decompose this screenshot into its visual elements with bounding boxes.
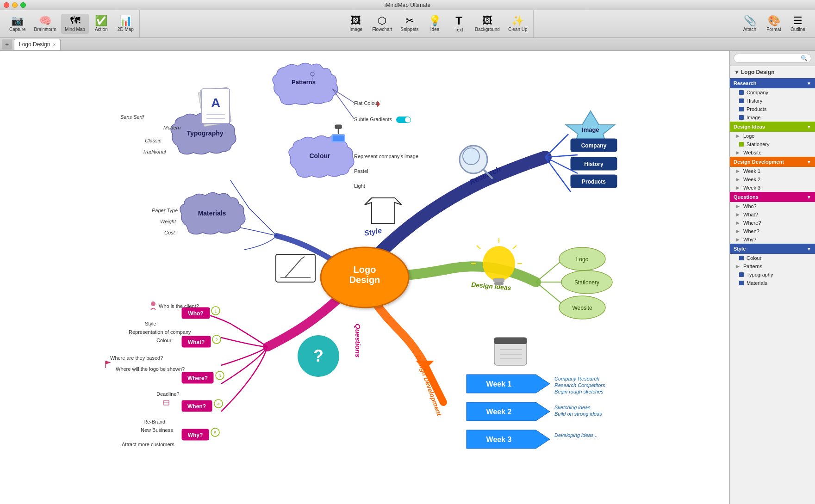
idea-button[interactable]: 💡 Idea bbox=[423, 14, 447, 34]
tab-bar: + Logo Design × bbox=[0, 38, 815, 51]
mindmap-button[interactable]: 🗺 Mind Map bbox=[61, 14, 89, 34]
svg-text:Logo: Logo bbox=[354, 264, 376, 275]
image-button[interactable]: 🖼 Image bbox=[344, 14, 367, 34]
svg-text:2: 2 bbox=[215, 338, 218, 342]
section-design-ideas[interactable]: Design Ideas ▼ bbox=[730, 122, 815, 132]
logo-expand-icon: ▶ bbox=[736, 134, 740, 138]
section-style[interactable]: Style ▼ bbox=[730, 244, 815, 254]
tree-item-week1[interactable]: ▶ Week 1 bbox=[730, 167, 815, 175]
mindmap-label: Mind Map bbox=[65, 27, 85, 32]
action-icon: ✅ bbox=[95, 16, 107, 26]
tree-item-logo[interactable]: ▶ Logo bbox=[730, 132, 815, 140]
tree-item-materials[interactable]: Materials bbox=[730, 279, 815, 287]
mindmap-icon: 🗺 bbox=[70, 16, 80, 26]
section-questions[interactable]: Questions ▼ bbox=[730, 192, 815, 202]
maximize-button[interactable] bbox=[20, 2, 26, 8]
panel-collapse-arrow[interactable]: ▼ bbox=[734, 70, 739, 75]
when-expand-icon: ▶ bbox=[736, 229, 740, 234]
tree-item-week3[interactable]: ▶ Week 3 bbox=[730, 184, 815, 192]
tree-item-why[interactable]: ▶ Why? bbox=[730, 235, 815, 244]
text-button[interactable]: T Text bbox=[448, 13, 471, 34]
brainstorm-icon: 🧠 bbox=[39, 16, 51, 26]
image-color-dot bbox=[739, 115, 744, 120]
typography-color-dot bbox=[739, 272, 744, 277]
format-label: Format bbox=[766, 27, 781, 32]
tab-close-button[interactable]: × bbox=[53, 42, 56, 47]
section-design-ideas-label: Design Ideas bbox=[734, 124, 765, 129]
action-button[interactable]: ✅ Action bbox=[90, 14, 113, 34]
colour-label: Colour bbox=[747, 255, 761, 261]
section-questions-label: Questions bbox=[734, 194, 759, 200]
brainstorm-button[interactable]: 🧠 Brainstorm bbox=[31, 14, 60, 34]
cleanup-button[interactable]: ✨ Clean Up bbox=[504, 14, 531, 34]
2dmap-icon: 📊 bbox=[119, 16, 132, 26]
svg-text:Flat Colour: Flat Colour bbox=[354, 100, 379, 106]
snippets-button[interactable]: ✂ Snippets bbox=[397, 14, 423, 34]
svg-text:Begin rough sketches: Begin rough sketches bbox=[554, 389, 603, 394]
tree-item-where[interactable]: ▶ Where? bbox=[730, 219, 815, 227]
tab-logo-design[interactable]: Logo Design × bbox=[14, 39, 61, 50]
attach-button[interactable]: 📎 Attach bbox=[738, 14, 761, 34]
section-questions-arrow: ▼ bbox=[807, 195, 811, 200]
section-research[interactable]: Research ▼ bbox=[730, 78, 815, 88]
patterns-label: Patterns bbox=[743, 264, 762, 269]
week3-expand-icon: ▶ bbox=[736, 185, 740, 190]
tree-item-who[interactable]: ▶ Who? bbox=[730, 202, 815, 210]
svg-line-15 bbox=[536, 282, 564, 305]
flowchart-button[interactable]: ⬡ Flowchart bbox=[368, 14, 396, 34]
search-input[interactable] bbox=[734, 54, 811, 63]
svg-text:Style: Style bbox=[145, 321, 156, 326]
outline-button[interactable]: ☰ Outline bbox=[786, 14, 809, 34]
tree-item-typography[interactable]: Typography bbox=[730, 270, 815, 279]
tree-item-company[interactable]: Company bbox=[730, 88, 815, 97]
format-button[interactable]: 🎨 Format bbox=[762, 14, 785, 34]
svg-text:Stationery: Stationery bbox=[574, 279, 599, 286]
svg-text:4: 4 bbox=[217, 402, 219, 406]
where-expand-icon: ▶ bbox=[736, 221, 740, 225]
add-tab-button[interactable]: + bbox=[2, 39, 12, 49]
tree-item-website[interactable]: ▶ Website bbox=[730, 148, 815, 157]
svg-text:Sketching ideas: Sketching ideas bbox=[554, 405, 591, 410]
mindmap-canvas[interactable]: Image Company History Products Research … bbox=[0, 51, 729, 504]
svg-text:Who?: Who? bbox=[188, 310, 203, 317]
mindmap-svg: Image Company History Products Research … bbox=[0, 51, 729, 504]
brainstorm-label: Brainstorm bbox=[34, 27, 56, 32]
section-design-development-arrow: ▼ bbox=[807, 160, 811, 165]
background-button[interactable]: 🖼 Background bbox=[472, 14, 504, 34]
tree-item-history[interactable]: History bbox=[730, 97, 815, 105]
svg-text:Company: Company bbox=[581, 142, 607, 149]
svg-text:Light: Light bbox=[354, 183, 365, 189]
tree-item-products[interactable]: Products bbox=[730, 105, 815, 113]
svg-text:Where will the logo be shown?: Where will the logo be shown? bbox=[116, 366, 185, 372]
action-label: Action bbox=[95, 27, 108, 32]
svg-text:Website: Website bbox=[572, 305, 592, 311]
tree-item-patterns[interactable]: ▶ Patterns bbox=[730, 262, 815, 270]
capture-button[interactable]: 📷 Capture bbox=[6, 14, 30, 34]
outline-label: Outline bbox=[790, 27, 805, 32]
tree-item-stationery[interactable]: Stationery bbox=[730, 140, 815, 148]
svg-text:Pastel: Pastel bbox=[354, 168, 368, 174]
products-color-dot bbox=[739, 107, 744, 111]
toolbar-left-group: 📷 Capture 🧠 Brainstorm 🗺 Mind Map ✅ Acti… bbox=[4, 10, 140, 37]
svg-rect-116 bbox=[333, 135, 344, 141]
svg-text:Who is the client?: Who is the client? bbox=[159, 303, 199, 309]
tree-item-when[interactable]: ▶ When? bbox=[730, 227, 815, 235]
svg-line-27 bbox=[513, 246, 516, 249]
svg-text:Classic: Classic bbox=[145, 138, 162, 143]
week3-label: Week 3 bbox=[743, 185, 760, 191]
minimize-button[interactable] bbox=[12, 2, 18, 8]
svg-text:Subtle Gradients: Subtle Gradients bbox=[354, 117, 392, 122]
svg-point-93 bbox=[405, 117, 411, 123]
close-button[interactable] bbox=[4, 2, 9, 8]
format-icon: 🎨 bbox=[768, 16, 780, 26]
tree-item-week2[interactable]: ▶ Week 2 bbox=[730, 175, 815, 184]
svg-text:Re-Brand: Re-Brand bbox=[143, 419, 165, 424]
tree-item-what[interactable]: ▶ What? bbox=[730, 210, 815, 219]
background-icon: 🖼 bbox=[482, 16, 492, 26]
tree-item-colour[interactable]: Colour bbox=[730, 254, 815, 262]
2dmap-button[interactable]: 📊 2D Map bbox=[114, 14, 137, 34]
stationery-label: Stationery bbox=[747, 141, 770, 147]
section-design-development[interactable]: Design Development ▼ bbox=[730, 157, 815, 167]
tree-item-image[interactable]: Image bbox=[730, 113, 815, 122]
website-label: Website bbox=[743, 150, 762, 155]
